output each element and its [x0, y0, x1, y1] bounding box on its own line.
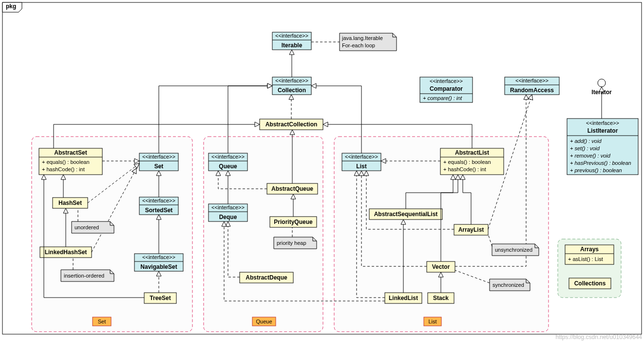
svg-text:Collections: Collections [574, 280, 606, 287]
class-abstractdeque: AbstractDeque [240, 272, 293, 283]
note-iterable: java.lang.Iterable For-each loop [340, 33, 397, 51]
svg-text:Iterable: Iterable [282, 42, 303, 49]
interface-collection: <<interface>> Collection [272, 77, 311, 95]
class-stack: Stack [428, 293, 454, 303]
svg-text:+ compare() : int: + compare() : int [423, 95, 462, 101]
uml-diagram: pkg Set Queue List <<interface>> Iterabl… [0, 0, 644, 341]
note-unsynchronized: unsynchronized [492, 244, 539, 256]
tag-queue-label: Queue [256, 319, 272, 324]
svg-text:Queue: Queue [219, 163, 237, 170]
svg-text:unordered: unordered [75, 224, 99, 230]
svg-text:+ hasPrevious() : boolean: + hasPrevious() : boolean [570, 160, 631, 166]
svg-text:AbstractCollection: AbstractCollection [265, 121, 318, 128]
svg-text:synchronized: synchronized [492, 282, 524, 288]
svg-text:insertion-ordered: insertion-ordered [64, 273, 104, 279]
svg-text:Deque: Deque [219, 214, 237, 221]
svg-text:priority heap: priority heap [277, 240, 306, 246]
class-treeset: TreeSet [144, 293, 176, 303]
svg-text:List: List [356, 163, 366, 170]
class-arraylist: ArrayList [454, 224, 488, 235]
svg-text:Stack: Stack [433, 295, 449, 301]
class-arrays: Arrays + asList() : List [565, 245, 614, 264]
svg-text:AbstractList: AbstractList [455, 149, 489, 156]
svg-text:+ previous() : boolean: + previous() : boolean [570, 167, 622, 173]
interface-iterable: <<interface>> Iterable [272, 32, 311, 50]
class-abstractset: AbstractSet + equals() : boolean + hashC… [39, 148, 102, 175]
svg-text:java.lang.Iterable: java.lang.Iterable [341, 35, 383, 41]
tag-list-label: List [428, 319, 436, 324]
svg-text:+ add() : void: + add() : void [570, 138, 602, 144]
svg-text:<<interface>>: <<interface>> [142, 198, 175, 203]
svg-text:+ asList() : List: + asList() : List [568, 256, 603, 262]
svg-text:Arrays: Arrays [580, 246, 599, 253]
tag-set-label: Set [98, 319, 106, 324]
class-abstractlist: AbstractList + equals() : boolean + hash… [440, 148, 504, 175]
package-label: pkg [6, 3, 16, 10]
svg-text:For-each loop: For-each loop [342, 42, 375, 48]
interface-randomaccess: <<interface>> RandomAccess [505, 77, 559, 95]
svg-text:<<interface>>: <<interface>> [275, 78, 308, 83]
class-abstractqueue: AbstractQueue [267, 183, 318, 194]
note-unordered: unordered [72, 221, 114, 233]
svg-text:ArrayList: ArrayList [458, 226, 484, 233]
svg-text:ListIterator: ListIterator [587, 127, 618, 134]
interface-queue: <<interface>> Queue [208, 153, 247, 171]
interface-list: <<interface>> List [342, 153, 381, 171]
svg-text:<<interface>>: <<interface>> [142, 254, 175, 260]
svg-text:RandomAccess: RandomAccess [510, 87, 554, 94]
note-insertionordered: insertion-ordered [61, 270, 114, 281]
class-collections: Collections [569, 278, 611, 289]
svg-text:Collection: Collection [278, 87, 306, 94]
svg-text:<<interface>>: <<interface>> [211, 204, 245, 210]
class-abstractsequentiallist: AbstractSequentialList [369, 209, 442, 220]
interface-deque: <<interface>> Deque [208, 204, 247, 221]
svg-text:Vector: Vector [432, 263, 450, 270]
class-abstractcollection: AbstractCollection [260, 119, 323, 130]
svg-text:TreeSet: TreeSet [150, 295, 170, 301]
svg-text:<<interface>>: <<interface>> [586, 120, 619, 126]
svg-text:+ hashCode() : int: + hashCode() : int [443, 166, 486, 172]
svg-text:LinkedList: LinkedList [389, 295, 418, 301]
svg-text:+ remove() : void: + remove() : void [570, 153, 611, 159]
svg-text:AbstractSet: AbstractSet [54, 149, 87, 156]
svg-text:AbstractSequentialList: AbstractSequentialList [374, 211, 438, 218]
svg-text:+ equals() : boolean: + equals() : boolean [443, 159, 491, 165]
svg-text:+ equals() : boolean: + equals() : boolean [42, 159, 90, 165]
interface-set: <<interface>> Set [139, 153, 178, 171]
svg-text:LinkedHashSet: LinkedHashSet [45, 249, 87, 256]
svg-text:+ set() : void: + set() : void [570, 145, 600, 151]
note-synchronized: synchronized [490, 279, 530, 291]
svg-text:SortedSet: SortedSet [145, 207, 173, 214]
svg-text:Comparator: Comparator [430, 85, 463, 92]
interface-comparator: <<interface>> Comparator + compare() : i… [420, 77, 473, 102]
interface-sortedset: <<interface>> SortedSet [139, 197, 178, 215]
svg-text:<<interface>>: <<interface>> [211, 154, 245, 160]
class-linkedlist: LinkedList [385, 293, 422, 303]
svg-text:<<interface>>: <<interface>> [275, 33, 308, 39]
svg-text:+ hashCode() : int: + hashCode() : int [42, 166, 85, 172]
class-priorityqueue: PriorityQueue [270, 217, 317, 227]
watermark: https://blog.csdn.net/u010349644 [556, 334, 643, 341]
svg-text:unsynchronized: unsynchronized [495, 247, 532, 253]
svg-text:AbstractQueue: AbstractQueue [271, 185, 313, 192]
svg-text:HashSet: HashSet [58, 200, 82, 206]
class-vector: Vector [427, 261, 455, 272]
svg-text:AbstractDeque: AbstractDeque [246, 274, 287, 281]
iterator-lollipop [598, 79, 606, 87]
svg-text:Set: Set [154, 163, 164, 170]
svg-text:PriorityQueue: PriorityQueue [274, 219, 313, 225]
svg-text:<<interface>>: <<interface>> [142, 154, 175, 160]
class-linkedhashset: LinkedHashSet [40, 247, 92, 258]
note-priorityheap: priority heap [274, 237, 317, 249]
svg-text:NavigableSet: NavigableSet [140, 263, 177, 270]
svg-text:<<interface>>: <<interface>> [345, 154, 378, 160]
svg-text:<<interface>>: <<interface>> [515, 78, 549, 83]
interface-listiterator: <<interface>> ListIterator + add() : voi… [567, 119, 638, 175]
interface-navigableset: <<interface>> NavigableSet [134, 254, 183, 271]
class-hashset: HashSet [53, 198, 88, 208]
svg-text:<<interface>>: <<interface>> [430, 78, 463, 84]
